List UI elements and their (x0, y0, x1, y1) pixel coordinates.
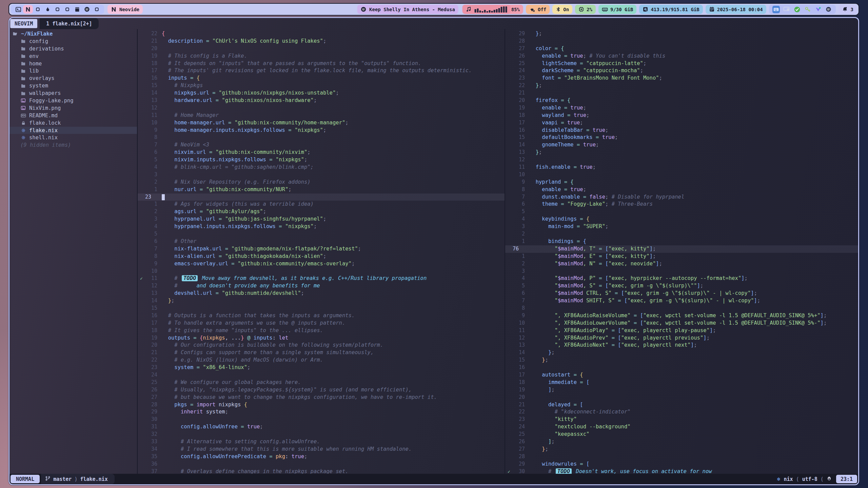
code-line[interactable]: 2 # Nix User Repository (e.g. Firefox ad… (138, 179, 505, 186)
memory-pill[interactable]: 9/30 GiB (598, 5, 636, 14)
tree-item-home[interactable]: home (9, 60, 137, 67)
code-line[interactable]: 12 ", XF86AudioPrev" = ["exec, playerctl… (505, 334, 858, 342)
code-line[interactable]: 3 (505, 268, 858, 275)
key-tray-icon[interactable] (804, 6, 811, 13)
disk-pill[interactable]: 413.19/915.81 GiB (639, 5, 703, 14)
code-line[interactable]: 4 # blink-cmp.url = "github:saghen/blink… (138, 164, 505, 171)
code-line[interactable]: 32 (138, 431, 505, 438)
code-line[interactable]: 3 main-mod = "SUPER"; (505, 223, 858, 230)
code-line[interactable]: 5 (138, 230, 505, 238)
code-line[interactable]: 14 gnomeTheme = true; (505, 141, 858, 149)
code-line[interactable]: 5 "$mainMod, S" = ["exec, grim -g \"$(sl… (505, 282, 858, 290)
workspace-8-spotify-icon[interactable] (82, 5, 92, 14)
spotify-tray-icon[interactable] (825, 6, 832, 13)
code-line[interactable]: ✓11 # TODO Move away from devshell, as i… (138, 275, 505, 282)
tree-item-flake.nix[interactable]: flake.nix (9, 127, 137, 134)
code-line[interactable]: 18 wayland = true; (505, 112, 858, 119)
code-line[interactable]: 22 }; (505, 82, 858, 89)
code-line[interactable]: 5 (505, 208, 858, 216)
code-line[interactable]: 17 # To handle extra arguments we use th… (138, 320, 505, 327)
code-line[interactable]: 4 hyprpanel.inputs.nixpkgs.follows = "ni… (138, 223, 505, 230)
tree-item-flake.lock[interactable]: flake.lock (9, 119, 137, 127)
tree-item-config[interactable]: config (9, 38, 137, 45)
code-line[interactable]: 20 firefox = { (505, 97, 858, 104)
code-line[interactable]: 23 "kitty" (505, 416, 858, 423)
code-pane-right[interactable]: 29 };2827 color = {26 enable = true; # Y… (505, 29, 858, 474)
workspace-5-square-icon[interactable] (53, 5, 62, 14)
workspace-1-terminal-icon[interactable] (13, 5, 23, 14)
code-line[interactable]: 35 config.allowUnfreePredicate = pkg: tr… (138, 453, 505, 461)
code-line[interactable]: 14 }; (505, 349, 858, 357)
code-line[interactable]: 11 # Home Manager (138, 112, 505, 119)
code-line[interactable]: 25 "keepassxc" (505, 431, 858, 438)
code-line[interactable]: 10 (505, 171, 858, 179)
code-line[interactable]: 13 devshell.url = "github:numtide/devshe… (138, 290, 505, 297)
code-line[interactable]: 17 # The inputs' git revisions get locke… (138, 67, 505, 75)
code-line[interactable]: 23 font = "JetBrainsMono Nerd Font Mono"… (505, 75, 858, 82)
code-line[interactable]: 12 # and doesn't provide any benefits fo… (138, 282, 505, 290)
code-line[interactable]: 19 ]; (505, 386, 858, 394)
code-line[interactable]: 15 # Nixpkgs (138, 82, 505, 89)
code-line[interactable]: 21 (505, 89, 858, 97)
code-line[interactable]: 15 (138, 305, 505, 312)
code-line[interactable]: 1 "$mainMod, E" = ["exec, kitty"]; (505, 253, 858, 260)
code-line[interactable]: ✓30 # TODO Doesn't work, use focus_on_ac… (505, 468, 858, 474)
workspace-6-square-icon[interactable] (62, 5, 72, 14)
code-line[interactable]: 6 theme = "Foggy-Lake"; # Three-Bears (505, 201, 858, 208)
tree-item-derivations[interactable]: derivations (9, 45, 137, 53)
code-line[interactable]: 26 # Usually, "nixpkgs.legacyPackages.${… (138, 386, 505, 394)
code-line[interactable]: 1 nur.url = "github:nix-community/NUR"; (138, 186, 505, 194)
code-line[interactable]: 16 disableTabBar = true; (505, 127, 858, 134)
code-line[interactable]: 21 description = "ChUrl's NixOS config u… (138, 38, 505, 45)
code-line[interactable]: 6 # Other (138, 238, 505, 245)
code-line[interactable]: 10 (138, 268, 505, 275)
code-line[interactable]: 14 nixpkgs.url = "github:nixos/nixpkgs/n… (138, 89, 505, 97)
notifications-pill[interactable]: 3 (839, 5, 857, 14)
tree-item-overlays[interactable]: overlays (9, 75, 137, 82)
network-pill[interactable]: Off (526, 5, 550, 14)
code-line[interactable]: 27 # but because we want to change the n… (138, 394, 505, 401)
clock-pill[interactable]: 2025-06-18 00:04 (706, 5, 766, 14)
code-line[interactable]: 31 config.allowUnfree = true; (138, 423, 505, 431)
code-line[interactable]: 4 keybindings = { (505, 216, 858, 223)
buffer-tab[interactable]: 1 flake.nix[2+] (40, 18, 98, 29)
code-line[interactable]: 2 "$mainMod, N" = ["exec, neovide"]; (505, 260, 858, 268)
code-line[interactable]: 20 (138, 45, 505, 53)
code-line[interactable]: 11 ", XF86AudioPlay" = ["exec, playerctl… (505, 327, 858, 334)
code-line[interactable]: 12 (505, 156, 858, 164)
code-line[interactable]: 9 emacs-overlay.url = "github:nix-commun… (138, 260, 505, 268)
code-line[interactable]: 28 pkgs = import nixpkgs { (138, 401, 505, 409)
workspace-2-neovim-icon[interactable] (23, 5, 33, 14)
code-line[interactable]: 34 # I read somewhere that this is more … (138, 446, 505, 453)
bluetooth-pill[interactable]: On (552, 5, 572, 14)
workspace-4-flame-icon[interactable] (43, 5, 53, 14)
tree-item-readme.md[interactable]: README.md (9, 112, 137, 119)
code-line[interactable]: 12 (138, 104, 505, 112)
code-line[interactable]: 18 # It gives the name "inputs" to the .… (138, 327, 505, 334)
code-line[interactable]: 9 home-manager.inputs.nixpkgs.follows = … (138, 127, 505, 134)
code-line[interactable]: 21 delayed = [ (505, 401, 858, 409)
code-line[interactable]: 29 windowrules = [ (505, 461, 858, 468)
code-line[interactable]: 18 # It depends on "inputs" that are pas… (138, 60, 505, 67)
code-line[interactable]: 30 (138, 416, 505, 423)
code-line[interactable]: 22 # e.g. NixOS (linux) and MacOS (darwi… (138, 357, 505, 364)
code-line[interactable]: 24 "nextcloud --background" (505, 423, 858, 431)
code-line[interactable]: 3 hyprpanel.url = "github:jas-singhfsu/h… (138, 216, 505, 223)
code-line[interactable]: 1 # Ags for widgets (this was a terrible… (138, 201, 505, 208)
code-line[interactable]: 20 # Our configuration is buildable on t… (138, 342, 505, 349)
code-line[interactable]: 15 }; (505, 357, 858, 364)
code-line[interactable]: 16 (505, 364, 858, 371)
code-line[interactable]: 2 (505, 230, 858, 238)
code-line[interactable]: 9 hyprland = { (505, 179, 858, 186)
code-line[interactable]: 27 color = { (505, 45, 858, 53)
code-line[interactable]: 29 }; (505, 30, 858, 38)
code-line[interactable]: 9 ", XF86AudioRaiseVolume" = ["exec, wpc… (505, 312, 858, 320)
code-line[interactable]: 26 enable = true; # You can't disable th… (505, 53, 858, 60)
cpu-pill[interactable]: 2% (575, 5, 596, 14)
code-line[interactable]: 28 (505, 38, 858, 45)
code-line[interactable]: 24 (138, 371, 505, 379)
code-line[interactable]: 7 nix-flatpak.url = "github:gmodena/nix-… (138, 245, 505, 253)
audio-visualizer-module[interactable] (462, 5, 511, 14)
tree-item-nixflake[interactable]: ~/NixFlake (9, 30, 137, 38)
screen-lock-tray-icon[interactable] (783, 6, 790, 13)
